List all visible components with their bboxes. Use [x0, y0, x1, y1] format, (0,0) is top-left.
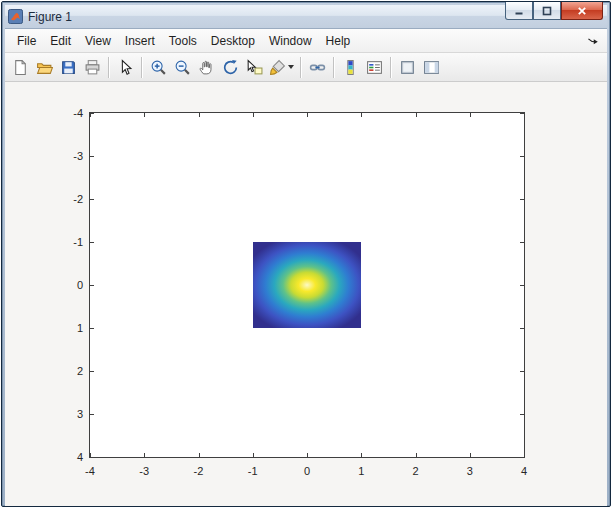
x-tick-mark: [307, 453, 308, 457]
x-tick-mark: [470, 453, 471, 457]
y-tick-mark: [520, 285, 524, 286]
axes: -4-3-2-101234-4-3-2-101234: [89, 112, 525, 458]
menu-item-edit[interactable]: Edit: [43, 31, 78, 51]
y-tick-mark: [520, 156, 524, 157]
print-icon: [84, 59, 101, 76]
x-tick-mark: [416, 113, 417, 117]
show-plot-tools-icon: [423, 59, 440, 76]
rotate-3d-icon: [222, 59, 239, 76]
menu-item-help[interactable]: Help: [319, 31, 358, 51]
save-button[interactable]: [57, 56, 80, 79]
window-title: Figure 1: [28, 10, 72, 24]
brush-icon: [269, 59, 286, 76]
new-figure-icon: [12, 59, 29, 76]
x-tick-mark: [361, 453, 362, 457]
figure-window: Figure 1 FileEditViewInsertToolsDesktopW…: [1, 1, 611, 507]
save-icon: [60, 59, 77, 76]
brush-button[interactable]: [267, 56, 296, 79]
y-tick-mark: [90, 414, 94, 415]
y-tick-label: -1: [73, 236, 83, 248]
y-tick-mark: [90, 457, 94, 458]
open-file-button[interactable]: [33, 56, 56, 79]
y-tick-mark: [90, 113, 94, 114]
x-tick-mark: [361, 113, 362, 117]
menu-item-view[interactable]: View: [78, 31, 118, 51]
y-tick-label: -3: [73, 150, 83, 162]
matlab-figure-icon: [8, 9, 23, 24]
menu-item-desktop[interactable]: Desktop: [204, 31, 262, 51]
y-tick-mark: [520, 242, 524, 243]
x-tick-mark: [144, 113, 145, 117]
insert-legend-icon: [366, 59, 383, 76]
y-tick-mark: [520, 414, 524, 415]
hide-plot-tools-button[interactable]: [396, 56, 419, 79]
close-button[interactable]: [561, 2, 603, 20]
y-tick-label: -4: [73, 107, 83, 119]
y-tick-label: 1: [77, 322, 83, 334]
toolbar: [5, 53, 607, 82]
x-tick-mark: [199, 113, 200, 117]
pan-button[interactable]: [195, 56, 218, 79]
rotate-3d-button[interactable]: [219, 56, 242, 79]
y-tick-mark: [520, 113, 524, 114]
menu-item-file[interactable]: File: [10, 31, 43, 51]
show-plot-tools-button[interactable]: [420, 56, 443, 79]
titlebar[interactable]: Figure 1: [5, 5, 607, 29]
x-tick-mark: [253, 113, 254, 117]
minimize-button[interactable]: [505, 2, 533, 20]
x-tick-mark: [416, 453, 417, 457]
link-plot-button[interactable]: [306, 56, 329, 79]
y-tick-label: 3: [77, 408, 83, 420]
edit-plot-icon: [117, 59, 134, 76]
menu-item-window[interactable]: Window: [262, 31, 319, 51]
toolbar-separator: [300, 57, 302, 78]
insert-colorbar-button[interactable]: [339, 56, 362, 79]
x-tick-label: 3: [467, 465, 473, 477]
brush-dropdown-arrow-icon[interactable]: [288, 65, 294, 69]
y-tick-mark: [520, 371, 524, 372]
y-tick-mark: [520, 457, 524, 458]
y-tick-mark: [90, 285, 94, 286]
y-tick-label: 2: [77, 365, 83, 377]
link-plot-icon: [309, 59, 326, 76]
x-tick-label: 1: [358, 465, 364, 477]
open-file-icon: [36, 59, 53, 76]
figure-canvas: -4-3-2-101234-4-3-2-101234: [5, 82, 607, 506]
new-figure-button[interactable]: [9, 56, 32, 79]
maximize-button[interactable]: [533, 2, 561, 20]
x-tick-label: 2: [412, 465, 418, 477]
x-tick-label: 4: [521, 465, 527, 477]
edit-plot-button[interactable]: [114, 56, 137, 79]
x-tick-label: 0: [304, 465, 310, 477]
x-tick-label: -3: [139, 465, 149, 477]
dock-arrow-icon[interactable]: [586, 33, 602, 49]
y-tick-label: -2: [73, 193, 83, 205]
x-tick-label: -2: [194, 465, 204, 477]
y-tick-mark: [90, 156, 94, 157]
x-tick-mark: [524, 113, 525, 117]
zoom-out-button[interactable]: [171, 56, 194, 79]
window-controls: [505, 2, 603, 20]
pan-icon: [198, 59, 215, 76]
data-cursor-icon: [246, 59, 263, 76]
menu-item-tools[interactable]: Tools: [162, 31, 204, 51]
toolbar-separator: [108, 57, 110, 78]
zoom-in-button[interactable]: [147, 56, 170, 79]
y-tick-mark: [90, 242, 94, 243]
insert-colorbar-icon: [342, 59, 359, 76]
print-button[interactable]: [81, 56, 104, 79]
x-tick-label: -4: [85, 465, 95, 477]
x-tick-mark: [524, 453, 525, 457]
menu-item-insert[interactable]: Insert: [118, 31, 162, 51]
toolbar-separator: [141, 57, 143, 78]
y-tick-label: 0: [77, 279, 83, 291]
insert-legend-button[interactable]: [363, 56, 386, 79]
heatmap-image: [253, 242, 362, 328]
x-tick-mark: [470, 113, 471, 117]
y-tick-mark: [90, 328, 94, 329]
x-tick-label: -1: [248, 465, 258, 477]
data-cursor-button[interactable]: [243, 56, 266, 79]
menubar: FileEditViewInsertToolsDesktopWindowHelp: [5, 29, 607, 53]
x-tick-mark: [307, 113, 308, 117]
zoom-out-icon: [174, 59, 191, 76]
